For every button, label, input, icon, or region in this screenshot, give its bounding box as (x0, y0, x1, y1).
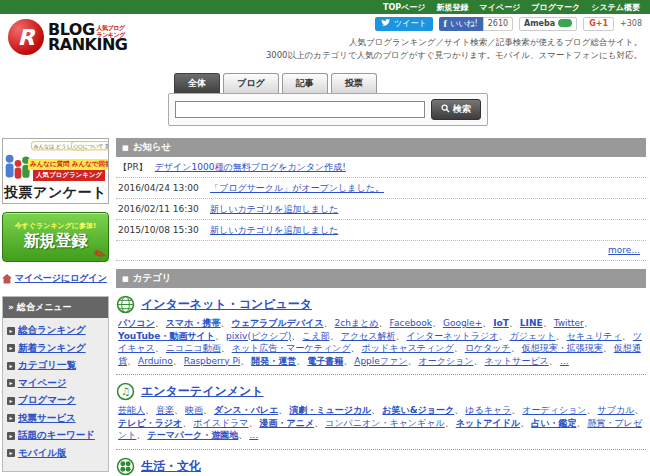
ameba-check-button[interactable]: Ameba (519, 17, 577, 31)
vote-survey-banner[interactable]: みんなは どうしてる? ○○について 質問ください みんなに質問 みんなで回答!… (2, 138, 109, 204)
category-link[interactable]: ニコニコ動画 (166, 343, 221, 353)
sidebar-menu-link[interactable]: 話題のキーワード (18, 429, 95, 442)
category-link[interactable]: Google+ (443, 318, 482, 328)
category-link[interactable]: ロケタッチ (465, 343, 511, 353)
news-date: 2016/04/24 13:00 (118, 183, 203, 193)
category-link[interactable]: ポッドキャスティング (362, 343, 454, 353)
sidebar-menu-link[interactable]: カテゴリ一覧 (18, 359, 76, 372)
category-link[interactable]: 芸能人 (118, 405, 145, 415)
register-button[interactable]: 今すぐランキングに参加! 新規登録 ✎ (2, 212, 109, 262)
category-link[interactable]: サブカル (598, 405, 635, 415)
topbar-link[interactable]: TOPページ (383, 2, 426, 13)
sidebar-menu-link[interactable]: ブログマーク (18, 394, 76, 407)
category-link[interactable]: 仮想現実・拡張現実 (522, 343, 603, 353)
sidebar-menu-link[interactable]: マイページ (18, 377, 66, 390)
pr-link[interactable]: デザイン1000種の無料ブログをカンタン作成! (155, 161, 346, 174)
category-link[interactable]: LINE (520, 318, 543, 328)
pr-row: 【PR】 デザイン1000種の無料ブログをカンタン作成! (116, 157, 646, 178)
category-link[interactable]: 演劇・ミュージカル (289, 405, 371, 415)
category-link[interactable]: ネットアイドル (456, 418, 520, 428)
separator-char: 、 (454, 343, 463, 353)
category-link[interactable]: ゆるキャラ (465, 405, 511, 415)
category-link[interactable]: 音楽 (156, 405, 174, 415)
category-link[interactable]: … (249, 430, 258, 440)
category-link[interactable]: 占い・鑑定 (531, 418, 576, 428)
separator-char: 、 (445, 418, 454, 428)
category-link[interactable]: オークション (418, 356, 473, 366)
category-link[interactable]: アクセス解析 (341, 331, 396, 341)
search-zone: 全体ブログ記事投票 検索 (0, 66, 650, 136)
category-link[interactable]: お笑い&ジョーク (382, 405, 454, 415)
category-link[interactable]: IoT (493, 318, 509, 328)
topbar-link[interactable]: マイページ (480, 2, 521, 13)
category-link[interactable]: Raspberry Pi (184, 356, 240, 366)
category-link[interactable]: Facebook (390, 318, 432, 328)
category-link[interactable]: セキュリティ (567, 331, 622, 341)
news-link[interactable]: 新しいカテゴリを追加しました (210, 224, 338, 237)
category-link[interactable]: 漫画・アニメ (260, 418, 315, 428)
category-link[interactable]: オーディション (522, 405, 586, 415)
category-link[interactable]: テーマパーク・遊園地 (147, 430, 238, 440)
category-link[interactable]: YouTube・動画サイト (118, 331, 215, 341)
facebook-like-button[interactable]: f いいね! 2610 (439, 17, 513, 31)
category-link[interactable]: コンパニオン・キャンギャル (325, 418, 445, 428)
category-link[interactable]: パソコン (118, 318, 155, 328)
sidebar-menu-link[interactable]: 新着ランキング (18, 342, 86, 355)
category-link[interactable]: 映画 (185, 405, 203, 415)
category-link[interactable]: インターネットラジオ (407, 331, 499, 341)
search-tab[interactable]: 投票 (331, 73, 377, 93)
site-logo[interactable]: R BLOG 人気ブログランキング RANKING (8, 19, 127, 55)
sidebar-menu-link[interactable]: 総合ランキング (18, 324, 86, 337)
category-link[interactable]: 電子書籍 (307, 356, 343, 366)
search-tab[interactable]: ブログ (223, 73, 279, 93)
category-title-link[interactable]: インターネット・コンピュータ (141, 296, 312, 313)
category-link[interactable]: 2chまとめ (335, 318, 379, 328)
search-button[interactable]: 検索 (431, 99, 481, 120)
category-link[interactable]: テレビ・ラジオ (118, 418, 182, 428)
category-link[interactable]: 開発・運営 (251, 356, 296, 366)
category-link[interactable]: Twitter (554, 318, 584, 328)
sidebar-menu-item[interactable]: ▸ブログマーク (7, 394, 104, 407)
category-link[interactable]: … (560, 356, 569, 366)
tweet-button[interactable]: ツイート (375, 17, 433, 31)
category-link[interactable]: ボイスドラマ (193, 418, 248, 428)
sidebar-menu-link[interactable]: 投票サービス (18, 412, 76, 425)
search-input[interactable] (175, 101, 425, 118)
search-box: 検索 (168, 93, 488, 126)
search-tab[interactable]: 記事 (282, 73, 328, 93)
sidebar-menu-link[interactable]: モバイル版 (18, 447, 66, 460)
sidebar-menu-item[interactable]: ▸投票サービス (7, 412, 104, 425)
sidebar-menu-item[interactable]: ▸総合ランキング (7, 324, 104, 337)
category-link[interactable]: ネット広告・マーケティング (232, 343, 351, 353)
separator-char: 、 (576, 418, 585, 428)
category-link[interactable]: こえ部 (302, 331, 329, 341)
category-group: 生活・文化ライフスタイル、ふるさと納税、まちづくり、ハンコ・印鑑、フェアトレード… (116, 457, 646, 476)
category-link[interactable]: Arduino (138, 356, 173, 366)
category-link[interactable]: pixiv(ピクシブ) (226, 331, 291, 341)
separator-char: 、 (343, 356, 352, 366)
category-link[interactable]: ダンス・バレエ (214, 405, 278, 415)
topbar-link[interactable]: 新規登録 (437, 2, 469, 13)
news-link[interactable]: 新しいカテゴリを追加しました (210, 203, 338, 216)
category-link[interactable]: ネットサービス (485, 356, 549, 366)
topbar-link[interactable]: システム概要 (591, 2, 640, 13)
sidebar-menu-item[interactable]: ▸話題のキーワード (7, 429, 104, 442)
topbar-link[interactable]: ブログマーク (531, 2, 580, 13)
separator-char: 、 (498, 331, 507, 341)
news-more-link[interactable]: more... (608, 245, 640, 255)
category-link[interactable]: スマホ・携帯 (166, 318, 221, 328)
google-plus-button[interactable]: G+1 (583, 17, 614, 31)
category-link[interactable]: Appleファン (354, 356, 407, 366)
news-link[interactable]: 「ブログサークル」がオープンしました。 (210, 182, 384, 195)
search-tab[interactable]: 全体 (174, 73, 220, 93)
category-link[interactable]: ウェアラブルデバイス (231, 318, 323, 328)
category-title-link[interactable]: 生活・文化 (141, 458, 201, 475)
category-link[interactable]: ガジェット (509, 331, 555, 341)
category-title-link[interactable]: エンターテインメント (141, 383, 264, 400)
sidebar-menu-item[interactable]: ▸新着ランキング (7, 342, 104, 355)
sidebar-menu-item[interactable]: ▸モバイル版 (7, 447, 104, 460)
separator-char: 、 (136, 430, 145, 440)
mypage-login-link[interactable]: マイページにログイン (15, 272, 107, 285)
sidebar-menu-item[interactable]: ▸カテゴリ一覧 (7, 359, 104, 372)
sidebar-menu-item[interactable]: ▸マイページ (7, 377, 104, 390)
